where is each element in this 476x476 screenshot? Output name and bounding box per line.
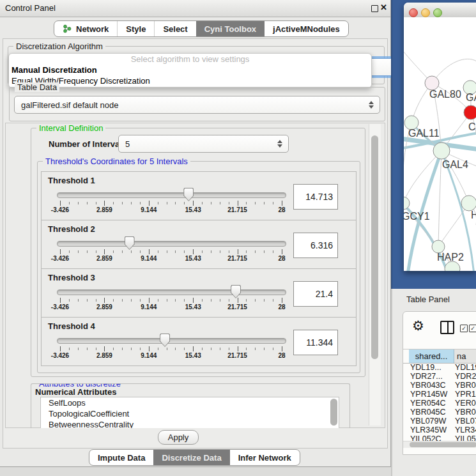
- network-node-label: C: [468, 121, 476, 132]
- thresholds-group-title: Threshold's Coordinates for 5 Intervals: [43, 157, 190, 166]
- attribute-item[interactable]: TopologicalCoefficient: [41, 408, 339, 419]
- table-row[interactable]: YIL052CYIL052C: [403, 434, 476, 441]
- network-node-label: GAL4: [442, 159, 468, 170]
- gear-icon[interactable]: ⚙: [412, 318, 424, 334]
- threshold-label: Threshold 1: [48, 176, 95, 185]
- dropdown-option-equal-width[interactable]: Equal Width/Frequency Discretization: [9, 75, 371, 86]
- cell-shared-name[interactable]: YBR043C: [410, 381, 453, 390]
- float-window-icon[interactable]: [371, 5, 378, 12]
- cell-shared-name[interactable]: YLR345W: [410, 426, 453, 434]
- table-row[interactable]: YLR345WYLR345W: [403, 426, 476, 434]
- select-checkbox-icon[interactable]: ✓: [460, 325, 468, 332]
- cell-name[interactable]: YER054C: [455, 399, 476, 408]
- network-node[interactable]: [425, 76, 439, 90]
- network-edge[interactable]: [404, 42, 432, 83]
- tab-select[interactable]: Select: [154, 21, 196, 36]
- network-edge[interactable]: [438, 151, 441, 247]
- table-panel-title: Table Panel: [406, 295, 450, 304]
- cell-name[interactable]: YDL19: [455, 363, 476, 372]
- cell-name[interactable]: YIL052C: [455, 434, 476, 441]
- tab-cyni-toolbox[interactable]: Cyni Toolbox: [196, 21, 265, 36]
- tick-mark: [140, 348, 141, 350]
- table-panel-section: Table Panel ⚙ ✓ ✓ shared... na YDL19...Y…: [391, 289, 476, 476]
- table-row[interactable]: YBR045CYBR045C: [403, 408, 476, 417]
- slider-thumb[interactable]: [125, 236, 135, 250]
- tab-network[interactable]: Network: [54, 21, 117, 36]
- scrollbar-thumb[interactable]: [371, 135, 378, 359]
- attribute-item[interactable]: SelfLoops: [41, 397, 339, 408]
- network-canvas[interactable]: GAL80GACGAL11GAL4GCY1HHAP2: [404, 17, 476, 271]
- cell-shared-name[interactable]: YBR045C: [410, 408, 453, 417]
- vertical-scrollbar[interactable]: [369, 124, 381, 426]
- threshold-slider[interactable]: [57, 192, 286, 198]
- tab-impute-data[interactable]: Impute Data: [89, 450, 153, 465]
- threshold-slider[interactable]: [57, 289, 286, 295]
- numerical-attributes-list[interactable]: SelfLoopsTopologicalCoefficientBetweenne…: [40, 397, 339, 428]
- tick-mark: [193, 346, 194, 351]
- cell-name[interactable]: YPR145W: [455, 390, 476, 399]
- slider-thumb[interactable]: [160, 334, 170, 347]
- minimize-traffic-light-icon[interactable]: [421, 8, 430, 17]
- table-row[interactable]: YBL079WYBL079W: [403, 417, 476, 426]
- cell-shared-name[interactable]: YDL19...: [410, 363, 453, 372]
- network-node[interactable]: [445, 261, 460, 271]
- cell-name[interactable]: YBL079W: [455, 417, 476, 426]
- tab-style[interactable]: Style: [117, 21, 154, 36]
- tab-infer-network[interactable]: Infer Network: [230, 450, 300, 465]
- cell-shared-name[interactable]: YDR27...: [410, 372, 453, 381]
- tick-mark: [211, 348, 211, 350]
- network-node[interactable]: [433, 142, 450, 159]
- table-row[interactable]: YER054CYER054C: [403, 399, 476, 408]
- tab-discretize-data[interactable]: Discretize Data: [153, 450, 229, 465]
- dropdown-option-manual[interactable]: Manual Discretization: [9, 65, 371, 75]
- threshold-value-field[interactable]: 11.344: [293, 330, 338, 355]
- threshold-slider[interactable]: [57, 241, 286, 247]
- table-row[interactable]: YDL19...YDL19: [403, 363, 476, 372]
- threshold-value-field[interactable]: 21.4: [293, 281, 338, 307]
- cell-name[interactable]: YBR043C: [455, 381, 476, 390]
- apply-button[interactable]: Apply: [158, 430, 199, 445]
- table-header-row: shared... na: [403, 349, 476, 364]
- horizontal-scrollbar[interactable]: [403, 441, 476, 448]
- network-edge[interactable]: [404, 151, 441, 203]
- tick-mark: [202, 250, 203, 253]
- network-node[interactable]: [432, 240, 445, 253]
- cell-name[interactable]: YDR27: [455, 372, 476, 381]
- threshold-value-field[interactable]: 6.316: [293, 233, 338, 258]
- cell-name[interactable]: YBR045C: [455, 408, 476, 417]
- column-header-shared-name[interactable]: shared...: [409, 349, 454, 363]
- slider-thumb[interactable]: [183, 188, 194, 201]
- list-scrollbar-thumb[interactable]: [330, 399, 337, 426]
- scrollbar-thumb[interactable]: [410, 442, 476, 447]
- tick-mark: [158, 299, 158, 302]
- slider-thumb[interactable]: [231, 285, 241, 298]
- tick-mark: [104, 249, 105, 254]
- cell-shared-name[interactable]: YPR145W: [410, 390, 453, 399]
- attribute-item[interactable]: BetweennessCentrality: [41, 419, 339, 428]
- table-row[interactable]: YBR043CYBR043C: [403, 381, 476, 390]
- table-row[interactable]: YPR145WYPR145W: [403, 390, 476, 399]
- table-data-combobox[interactable]: galFiltered.sif default node: [14, 96, 380, 114]
- column-header-name[interactable]: na: [454, 349, 476, 363]
- network-node[interactable]: [404, 197, 410, 210]
- tick-mark: [96, 348, 96, 350]
- network-edge[interactable]: [432, 59, 476, 83]
- close-icon[interactable]: ✕: [380, 3, 387, 12]
- tick-label: 21.715: [227, 255, 247, 262]
- number-of-intervals-combobox[interactable]: 5: [118, 135, 289, 153]
- cell-shared-name[interactable]: YBL079W: [410, 417, 453, 426]
- cell-name[interactable]: YLR345W: [455, 426, 476, 434]
- network-node[interactable]: [464, 105, 476, 119]
- threshold-value-field[interactable]: 14.713: [293, 184, 338, 210]
- threshold-slider[interactable]: [57, 338, 286, 344]
- cell-shared-name[interactable]: YER054C: [410, 399, 453, 408]
- tab-jactivemnodules[interactable]: jActiveMNodules: [265, 21, 348, 36]
- cell-shared-name[interactable]: YIL052C: [410, 434, 453, 441]
- select-checkbox-icon[interactable]: ✓: [469, 325, 476, 332]
- close-traffic-light-icon[interactable]: [409, 8, 418, 17]
- network-node[interactable]: [461, 196, 476, 211]
- zoom-traffic-light-icon[interactable]: [433, 8, 442, 17]
- slider-tick-labels: -3.4262.8599.14415.4321.71528: [60, 352, 282, 360]
- table-row[interactable]: YDR27...YDR27: [403, 372, 476, 381]
- columns-icon[interactable]: [440, 321, 454, 334]
